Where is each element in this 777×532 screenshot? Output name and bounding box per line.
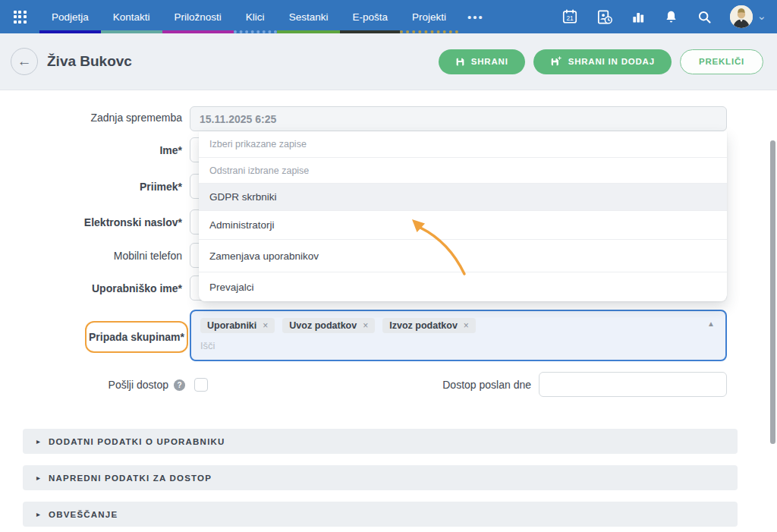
help-icon[interactable]: ? <box>174 379 185 391</box>
notifications-bell-icon[interactable] <box>663 9 679 25</box>
groups-tag-row: Uporabniki × Uvoz podatkov × Izvoz podat… <box>200 318 716 333</box>
group-tag-label: Izvoz podatkov <box>389 320 458 331</box>
last-name-label: Priimek* <box>0 181 182 193</box>
more-icon: ••• <box>467 11 484 24</box>
top-nav: Podjetja Kontakti Priložnosti Klici Sest… <box>0 0 777 33</box>
remove-tag-icon[interactable]: × <box>464 320 469 331</box>
dropdown-action-select-shown[interactable]: Izberi prikazane zapise <box>199 131 727 157</box>
dropdown-option-gdpr-skrbniki[interactable]: GDPR skrbniki <box>199 183 727 210</box>
collapse-caret-icon[interactable]: ▲ <box>707 320 715 328</box>
tab-klici[interactable]: Klici <box>234 0 277 33</box>
send-access-label: Pošlji dostop <box>0 379 168 391</box>
section-advanced-access-data[interactable]: ▸ NAPREDNI PODATKI ZA DOSTOP <box>23 465 738 490</box>
tab-eposta[interactable]: E-pošta <box>340 0 400 33</box>
dropdown-item-label: Izberi prikazane zapise <box>209 139 307 150</box>
dropdown-item-label: Zamenjava uporabnikov <box>209 250 319 262</box>
save-button[interactable]: SHRANI <box>439 49 525 74</box>
groups-label-highlight: Pripada skupinam* <box>85 321 188 353</box>
user-form: Zadnja sprememba Ime* Priimek* Elektrons… <box>0 90 777 532</box>
chevron-right-icon: ▸ <box>36 510 40 518</box>
section-title: OBVEŠČANJE <box>49 510 118 519</box>
mobile-label: Mobilni telefon <box>0 250 182 262</box>
user-menu[interactable]: ⌄ <box>730 5 766 28</box>
contacts-history-icon[interactable] <box>596 8 613 26</box>
app-window: Podjetja Kontakti Priložnosti Klici Sest… <box>0 0 777 532</box>
last-modified-label: Zadnja sprememba <box>0 112 182 124</box>
cancel-button[interactable]: PREKLIČI <box>680 49 763 74</box>
page-title: Živa Bukovc <box>47 53 132 70</box>
groups-dropdown: Izberi prikazane zapise Odstrani izbrane… <box>199 131 727 301</box>
email-label: Elektronski naslov* <box>0 216 182 228</box>
vertical-scrollbar[interactable] <box>770 140 775 444</box>
group-tag: Uvoz podatkov × <box>282 318 375 333</box>
dropdown-item-label: Odstrani izbrane zapise <box>209 165 309 176</box>
back-button[interactable]: ← <box>11 48 38 75</box>
send-access-row: Pošlji dostop ? <box>0 377 208 392</box>
group-tag: Uporabniki × <box>200 318 275 333</box>
section-additional-user-data[interactable]: ▸ DODATNI PODATKI O UPORABNIKU <box>23 429 738 454</box>
floppy-disk-plus-icon <box>550 55 562 68</box>
groups-label: Pripada skupinam* <box>89 331 184 343</box>
section-title: DODATNI PODATKI O UPORABNIKU <box>49 437 225 446</box>
floppy-disk-icon <box>455 57 465 67</box>
apps-menu-button[interactable] <box>0 0 39 33</box>
dropdown-option-administratorji[interactable]: Administratorji <box>199 210 727 239</box>
groups-search-input[interactable] <box>200 340 428 351</box>
group-tag-label: Uvoz podatkov <box>289 320 357 331</box>
avatar <box>730 5 753 28</box>
username-label: Uporabniško ime* <box>0 282 182 294</box>
dropdown-item-label: Prevajalci <box>209 282 254 293</box>
section-title: NAPREDNI PODATKI ZA DOSTOP <box>49 474 212 483</box>
reports-bar-chart-icon[interactable] <box>631 9 646 24</box>
groups-multiselect[interactable]: Uporabniki × Uvoz podatkov × Izvoz podat… <box>190 310 727 361</box>
tab-label: Sestanki <box>289 11 329 23</box>
header-actions: SHRANI SHRANI IN DODAJ PREKLIČI <box>439 49 763 74</box>
dropdown-option-zamenjava-uporabnikov[interactable]: Zamenjava uporabnikov <box>199 239 727 272</box>
dropdown-item-label: GDPR skrbniki <box>209 191 277 203</box>
remove-tag-icon[interactable]: × <box>363 320 368 331</box>
apps-grid-icon <box>14 11 27 24</box>
tab-more[interactable]: ••• <box>458 0 493 33</box>
group-tag-label: Uporabniki <box>207 320 256 331</box>
search-icon[interactable] <box>697 9 713 25</box>
chevron-down-icon: ⌄ <box>757 10 766 21</box>
tab-label: Podjetja <box>52 11 89 23</box>
tab-priloznosti[interactable]: Priložnosti <box>162 0 234 33</box>
chevron-right-icon: ▸ <box>36 474 40 482</box>
svg-text:21: 21 <box>567 15 574 22</box>
tab-label: Kontakti <box>113 11 150 23</box>
send-access-checkbox[interactable] <box>194 378 208 392</box>
chevron-right-icon: ▸ <box>36 437 40 445</box>
tab-kontakti[interactable]: Kontakti <box>101 0 162 33</box>
tab-label: Projekti <box>412 11 446 23</box>
dropdown-item-label: Administratorji <box>209 219 275 231</box>
tab-sestanki[interactable]: Sestanki <box>277 0 341 33</box>
tab-projekti[interactable]: Projekti <box>400 0 458 33</box>
access-sent-input[interactable] <box>539 372 727 397</box>
last-modified-input[interactable] <box>190 106 727 131</box>
save-and-add-button-label: SHRANI IN DODAJ <box>568 57 655 66</box>
tab-label: E-pošta <box>352 11 388 23</box>
cancel-button-label: PREKLIČI <box>699 57 744 66</box>
dropdown-option-prevajalci[interactable]: Prevajalci <box>199 272 727 301</box>
nav-tabs: Podjetja Kontakti Priložnosti Klici Sest… <box>39 0 493 33</box>
back-arrow-icon: ← <box>17 53 32 70</box>
section-notifications[interactable]: ▸ OBVEŠČANJE <box>23 502 738 527</box>
group-tag: Izvoz podatkov × <box>382 318 476 333</box>
save-button-label: SHRANI <box>471 57 508 66</box>
tab-podjetja[interactable]: Podjetja <box>39 0 101 33</box>
first-name-label: Ime* <box>0 144 182 156</box>
tab-label: Klici <box>246 11 265 23</box>
access-sent-label: Dostop poslan dne <box>349 379 531 391</box>
dropdown-action-remove-selected[interactable]: Odstrani izbrane zapise <box>199 157 727 183</box>
nav-actions: 21 <box>562 0 777 33</box>
page-header: ← Živa Bukovc SHRANI SHRANI IN DODAJ PRE… <box>0 33 777 90</box>
calendar-icon[interactable]: 21 <box>562 8 578 25</box>
save-and-add-button[interactable]: SHRANI IN DODAJ <box>533 49 672 74</box>
tab-label: Priložnosti <box>175 11 222 23</box>
remove-tag-icon[interactable]: × <box>263 320 268 331</box>
